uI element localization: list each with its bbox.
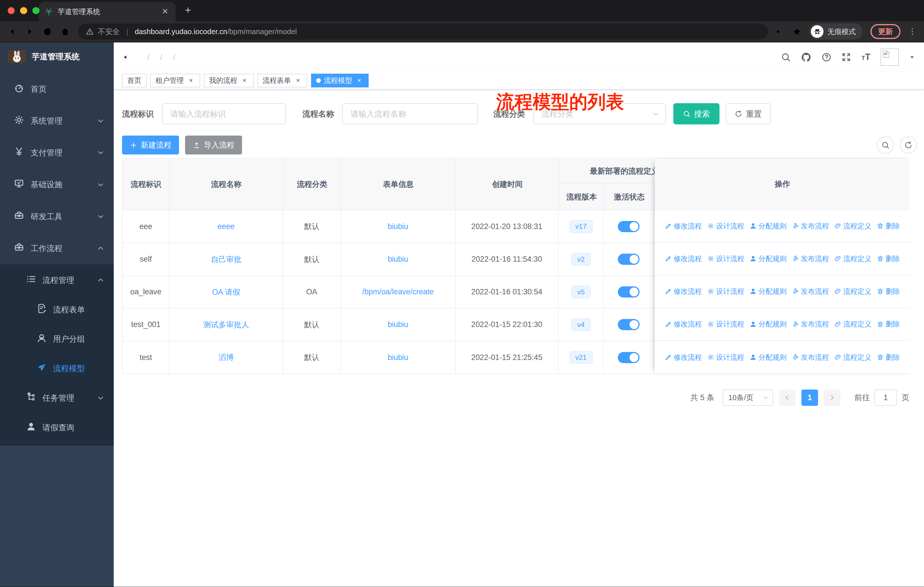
password-key-icon[interactable] — [776, 27, 784, 36]
cell-process-name-link[interactable]: 滔博 — [170, 341, 283, 374]
sidebar-item[interactable]: 系统管理 — [0, 105, 114, 137]
cell-form-link[interactable]: biubiu — [341, 309, 456, 341]
goto-page-input[interactable]: 1 — [874, 390, 897, 406]
sidebar-subitem[interactable]: 用户分组 — [0, 324, 114, 354]
back-icon[interactable] — [7, 26, 17, 37]
cell-process-name-link[interactable]: eeee — [170, 210, 283, 243]
action-assign-rule-link[interactable]: 分配规则 — [749, 254, 787, 263]
action-assign-rule-link[interactable]: 分配规则 — [749, 352, 787, 362]
action-deploy-link[interactable]: 发布流程 — [792, 221, 829, 231]
tags-view-tab[interactable]: 首页 — [122, 74, 147, 87]
process-id-input[interactable]: 请输入流程标识 — [162, 103, 286, 124]
help-icon[interactable] — [822, 52, 832, 62]
action-delete-link[interactable]: 删除 — [877, 287, 900, 296]
breadcrumb-item[interactable] — [155, 53, 162, 62]
avatar-caret-icon[interactable] — [909, 54, 916, 61]
sidebar-subitem[interactable]: 流程模型 — [0, 354, 114, 383]
next-page-button[interactable] — [824, 390, 840, 406]
action-definition-link[interactable]: 流程定义 — [834, 287, 871, 296]
minimize-window-button[interactable] — [20, 7, 27, 14]
action-design-link[interactable]: 设计流程 — [707, 287, 744, 296]
cell-process-name-link[interactable]: 测试多审批人 — [170, 309, 283, 341]
sidebar-item[interactable]: 基础设施 — [0, 169, 114, 200]
reload-icon[interactable] — [42, 26, 53, 37]
action-definition-link[interactable]: 流程定义 — [834, 352, 871, 362]
header-search-icon[interactable] — [781, 52, 791, 62]
action-definition-link[interactable]: 流程定义 — [834, 254, 871, 263]
font-size-icon[interactable]: TT — [861, 53, 870, 62]
action-delete-link[interactable]: 删除 — [877, 221, 900, 231]
action-assign-rule-link[interactable]: 分配规则 — [749, 221, 787, 231]
browser-update-button[interactable]: 更新 — [870, 24, 901, 39]
zoom-window-button[interactable] — [32, 7, 40, 14]
action-delete-link[interactable]: 删除 — [877, 254, 900, 263]
action-modify-link[interactable]: 修改流程 — [665, 221, 702, 231]
breadcrumb[interactable] — [142, 53, 180, 62]
prev-page-button[interactable] — [779, 390, 796, 406]
active-toggle[interactable] — [618, 286, 640, 298]
tags-view-tab[interactable]: 租户管理 × — [150, 74, 200, 87]
sidebar-item[interactable]: 工作流程 — [0, 232, 114, 264]
active-toggle[interactable] — [618, 254, 640, 265]
search-button[interactable]: 搜索 — [673, 103, 719, 124]
close-window-button[interactable] — [8, 7, 15, 14]
sidebar-subitem[interactable]: 流程管理 — [0, 265, 114, 295]
forward-icon[interactable] — [25, 26, 35, 37]
sidebar-item[interactable]: 首页 — [0, 73, 114, 105]
action-deploy-link[interactable]: 发布流程 — [792, 254, 829, 263]
github-icon[interactable] — [801, 52, 812, 63]
active-toggle[interactable] — [618, 221, 640, 232]
action-design-link[interactable]: 设计流程 — [707, 352, 744, 362]
breadcrumb-item[interactable] — [168, 53, 175, 62]
action-design-link[interactable]: 设计流程 — [707, 221, 744, 231]
cell-process-name-link[interactable]: 自己审批 — [170, 243, 283, 275]
action-delete-link[interactable]: 删除 — [877, 319, 900, 329]
browser-tab[interactable]: 芋道管理系统 ✕ — [39, 2, 176, 21]
tag-close-icon[interactable]: × — [240, 76, 249, 84]
avatar[interactable] — [881, 48, 899, 66]
active-toggle[interactable] — [618, 352, 640, 363]
page-size-select[interactable]: 10条/页 — [723, 390, 773, 406]
reset-button[interactable]: 重置 — [726, 103, 771, 124]
action-deploy-link[interactable]: 发布流程 — [792, 287, 829, 296]
action-definition-link[interactable]: 流程定义 — [834, 319, 871, 329]
action-design-link[interactable]: 设计流程 — [707, 254, 744, 263]
new-tab-button[interactable] — [184, 6, 192, 17]
action-deploy-link[interactable]: 发布流程 — [792, 352, 829, 362]
app-logo[interactable]: 芋道管理系统 — [0, 42, 114, 71]
process-name-input[interactable]: 请输入流程名称 — [342, 103, 478, 124]
bookmark-star-icon[interactable] — [792, 27, 802, 36]
cell-form-link[interactable]: biubiu — [341, 210, 456, 243]
action-modify-link[interactable]: 修改流程 — [665, 287, 702, 296]
tags-view-tab[interactable]: 流程表单 × — [257, 74, 308, 87]
fullscreen-icon[interactable] — [841, 52, 851, 62]
sidebar-subitem[interactable]: 任务管理 — [0, 383, 114, 413]
tab-close-icon[interactable]: ✕ — [160, 7, 170, 17]
tag-close-icon[interactable]: × — [294, 76, 302, 84]
tag-close-icon[interactable]: × — [355, 76, 363, 84]
cell-process-name-link[interactable]: OA 请假 — [170, 276, 283, 308]
tags-view-tab[interactable]: 流程模型 × — [311, 74, 369, 87]
action-assign-rule-link[interactable]: 分配规则 — [749, 319, 787, 329]
create-process-button[interactable]: 新建流程 — [122, 136, 179, 154]
home-icon[interactable] — [60, 26, 70, 37]
cell-form-link[interactable]: /bpm/oa/leave/create — [341, 276, 456, 308]
breadcrumb-item[interactable] — [142, 53, 150, 62]
sidebar-item[interactable]: 研发工具 — [0, 200, 114, 232]
active-toggle[interactable] — [618, 319, 640, 330]
cell-form-link[interactable]: biubiu — [341, 243, 456, 275]
refresh-table-button[interactable] — [900, 136, 917, 154]
browser-menu-icon[interactable] — [908, 27, 917, 36]
address-bar[interactable]: 不安全 | dashboard.yudao.iocoder.cn/bpm/man… — [78, 23, 768, 40]
window-controls[interactable] — [8, 7, 40, 14]
sidebar-subitem[interactable]: 流程表单 — [0, 295, 114, 324]
sidebar-subitem[interactable]: 请假查询 — [0, 413, 114, 442]
sidebar-item[interactable]: 支付管理 — [0, 137, 114, 169]
action-deploy-link[interactable]: 发布流程 — [792, 319, 829, 329]
tags-view-tab[interactable]: 我的流程 × — [204, 74, 254, 87]
sidebar-collapse-icon[interactable] — [122, 51, 134, 63]
cell-form-link[interactable]: biubiu — [341, 341, 456, 374]
import-process-button[interactable]: 导入流程 — [185, 136, 242, 154]
action-design-link[interactable]: 设计流程 — [707, 319, 744, 329]
action-modify-link[interactable]: 修改流程 — [665, 319, 702, 329]
